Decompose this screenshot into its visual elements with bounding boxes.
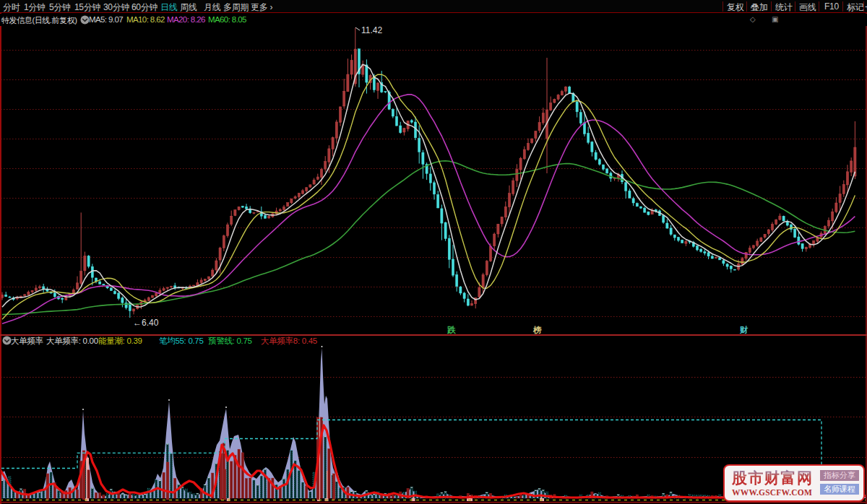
svg-text:11.42: 11.42 xyxy=(361,26,382,35)
svg-text:←6.40: ←6.40 xyxy=(133,318,159,328)
